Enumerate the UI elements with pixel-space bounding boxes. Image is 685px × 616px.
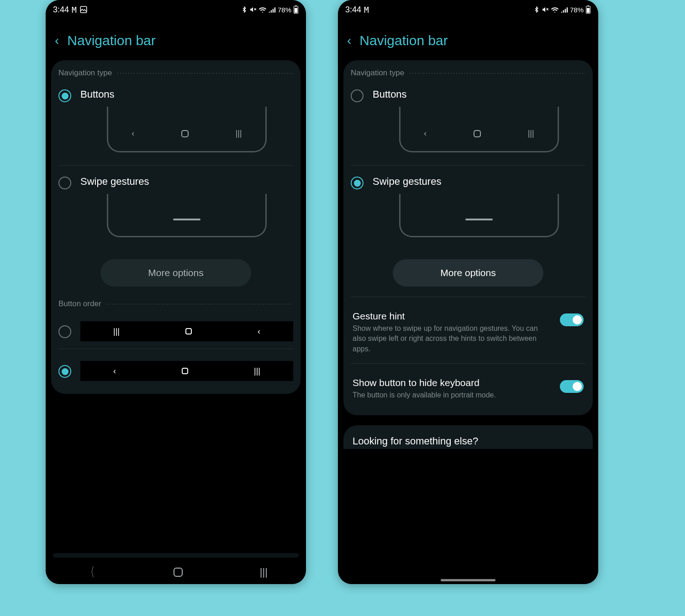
bluetooth-icon: [533, 6, 540, 13]
gesture-pill-icon: [465, 219, 493, 220]
system-nav-bar: 〈 |||: [46, 560, 306, 584]
navigation-type-card: Navigation type Buttons ‹ ||| Swipe gest…: [51, 60, 300, 394]
order-bar-b: ‹ |||: [80, 361, 293, 381]
back-button[interactable]: ‹: [55, 34, 59, 47]
scrollbar-indicator: [53, 553, 299, 558]
signal-icon: [269, 6, 276, 13]
toggle-hide-keyboard[interactable]: Show button to hide keyboard The button …: [351, 371, 585, 407]
gmail-icon: M: [72, 5, 77, 15]
svg-rect-6: [587, 8, 590, 12]
wifi-icon: [258, 6, 267, 13]
system-gesture-bar[interactable]: [441, 579, 495, 581]
toggle-desc: Show where to swipe up for navigation ge…: [353, 324, 553, 354]
switch-hide-keyboard[interactable]: [560, 380, 584, 393]
toggle-title: Gesture hint: [353, 311, 553, 322]
more-options-button[interactable]: More options: [100, 259, 251, 287]
option-swipe[interactable]: Swipe gestures: [58, 173, 293, 247]
back-icon: ‹: [258, 327, 260, 336]
home-icon: [181, 130, 189, 137]
order-bar-a: ||| ‹: [80, 321, 293, 341]
clock: 3:44: [53, 5, 69, 15]
option-swipe-label: Swipe gestures: [373, 176, 585, 188]
recents-icon: |||: [254, 366, 260, 376]
option-buttons[interactable]: Buttons ‹ |||: [58, 86, 293, 162]
navigation-type-card: Navigation type Buttons ‹ ||| Swipe gest…: [343, 60, 593, 415]
radio-swipe[interactable]: [351, 177, 364, 189]
signal-icon: [561, 6, 568, 13]
preview-swipe: [107, 194, 267, 237]
option-swipe-label: Swipe gestures: [80, 176, 293, 188]
battery-percent: 78%: [278, 6, 291, 14]
toggle-gesture-hint[interactable]: Gesture hint Show where to swipe up for …: [351, 304, 585, 360]
battery-icon: [585, 5, 591, 14]
radio-order-b[interactable]: [58, 365, 71, 378]
recents-icon: |||: [113, 327, 120, 336]
preview-swipe: [399, 194, 559, 237]
radio-buttons[interactable]: [58, 89, 71, 102]
gesture-pill-icon: [173, 219, 200, 220]
mute-icon: [542, 6, 549, 13]
sysnav-home-icon[interactable]: [174, 568, 183, 577]
home-icon: [185, 328, 192, 334]
section-heading-navtype: Navigation type: [351, 68, 585, 78]
radio-buttons[interactable]: [351, 89, 364, 102]
back-button[interactable]: ‹: [347, 34, 351, 47]
preview-buttons: ‹ |||: [107, 107, 267, 152]
back-icon: ‹: [113, 366, 116, 376]
recents-icon: |||: [236, 129, 242, 138]
battery-percent: 78%: [570, 6, 584, 14]
order-option-a[interactable]: ||| ‹: [58, 317, 293, 346]
option-swipe[interactable]: Swipe gestures: [351, 173, 585, 247]
preview-buttons: ‹ |||: [399, 107, 559, 152]
bluetooth-icon: [241, 6, 248, 13]
status-bar: 3:44 M 78%: [46, 0, 306, 19]
wifi-icon: [551, 6, 559, 13]
clock: 3:44: [345, 5, 361, 15]
section-heading-navtype: Navigation type: [58, 68, 293, 78]
gallery-icon: [79, 5, 88, 14]
looking-for-card[interactable]: Looking for something else?: [343, 425, 593, 449]
phone-screenshot-right: 3:44 M 78% ‹ Navigation bar: [338, 0, 598, 584]
order-option-b[interactable]: ‹ |||: [58, 356, 293, 386]
sysnav-back-icon[interactable]: 〈: [87, 564, 95, 581]
option-buttons-label: Buttons: [80, 89, 293, 100]
section-heading-order: Button order: [58, 299, 293, 308]
page-title: Navigation bar: [359, 33, 448, 48]
option-buttons-label: Buttons: [373, 89, 585, 100]
page-header: ‹ Navigation bar: [46, 19, 306, 60]
battery-icon: [293, 5, 299, 14]
svg-rect-2: [295, 5, 297, 6]
page-header: ‹ Navigation bar: [338, 19, 598, 60]
home-icon: [182, 368, 188, 374]
phone-screenshot-left: 3:44 M 78% ‹ Navigat: [46, 0, 306, 584]
back-icon: ‹: [424, 129, 427, 138]
gmail-icon: M: [364, 5, 369, 15]
radio-swipe[interactable]: [58, 177, 71, 189]
home-icon: [474, 130, 481, 137]
recents-icon: |||: [528, 129, 534, 138]
svg-rect-5: [587, 5, 589, 6]
option-buttons[interactable]: Buttons ‹ |||: [351, 86, 585, 162]
toggle-desc: The button is only available in portrait…: [353, 390, 553, 400]
svg-rect-3: [295, 8, 297, 12]
radio-order-a[interactable]: [58, 325, 71, 338]
looking-text: Looking for something else?: [353, 435, 584, 447]
status-bar: 3:44 M 78%: [338, 0, 598, 19]
sysnav-recents-icon[interactable]: |||: [260, 566, 268, 578]
switch-gesture-hint[interactable]: [560, 313, 584, 326]
mute-icon: [249, 6, 257, 13]
toggle-title: Show button to hide keyboard: [353, 377, 553, 388]
page-title: Navigation bar: [67, 33, 155, 48]
back-icon: ‹: [132, 129, 134, 138]
more-options-button[interactable]: More options: [393, 259, 543, 287]
